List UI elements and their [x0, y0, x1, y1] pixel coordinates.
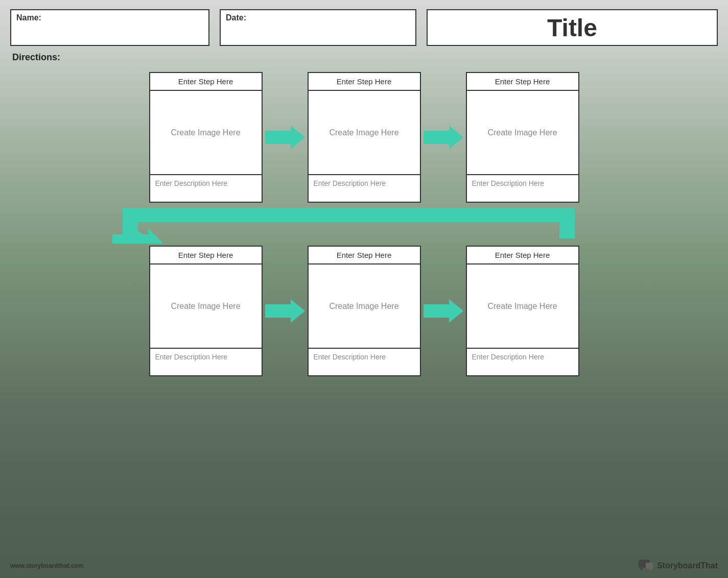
page: Name: Date: Title Directions: Enter Step…: [0, 0, 728, 578]
step-desc-2[interactable]: Enter Description Here: [309, 175, 420, 202]
arrow-right-icon-2: [424, 126, 463, 149]
arrow-right-1: [263, 124, 308, 151]
name-label: Name:: [16, 13, 41, 22]
svg-marker-0: [265, 126, 305, 149]
step-card-6: Enter Step Here Create Image Here Enter …: [466, 246, 579, 376]
arrow-right-3: [263, 298, 308, 324]
footer-url: www.storyboardthat.com: [10, 562, 84, 569]
step-image-1[interactable]: Create Image Here: [150, 91, 262, 175]
step-header-3[interactable]: Enter Step Here: [467, 73, 578, 91]
svg-rect-4: [559, 208, 575, 238]
step-desc-4[interactable]: Enter Description Here: [150, 349, 262, 375]
footer: www.storyboardthat.com StoryboardThat: [10, 560, 718, 572]
date-label: Date:: [226, 13, 246, 22]
step-header-4[interactable]: Enter Step Here: [150, 247, 262, 264]
step-header-5[interactable]: Enter Step Here: [309, 247, 420, 264]
svg-marker-9: [265, 299, 305, 323]
name-field[interactable]: Name:: [10, 9, 209, 46]
date-field[interactable]: Date:: [220, 9, 416, 46]
svg-marker-1: [424, 126, 463, 149]
title-field[interactable]: Title: [427, 9, 718, 46]
footer-brand-text: StoryboardThat: [657, 561, 718, 570]
arrow-right-2: [421, 124, 466, 151]
step-card-5: Enter Step Here Create Image Here Enter …: [308, 246, 421, 376]
row-1: Enter Step Here Create Image Here Enter …: [10, 72, 718, 203]
arrow-right-icon-3: [265, 299, 305, 323]
svg-marker-14: [649, 569, 651, 571]
rows-container: Enter Step Here Create Image Here Enter …: [10, 72, 718, 376]
step-image-5[interactable]: Create Image Here: [309, 264, 420, 349]
step-image-6[interactable]: Create Image Here: [467, 264, 578, 349]
title-text: Title: [547, 14, 597, 42]
step-image-2[interactable]: Create Image Here: [309, 91, 420, 175]
connector: [10, 203, 718, 244]
step-desc-5[interactable]: Enter Description Here: [309, 349, 420, 375]
svg-rect-13: [646, 563, 653, 569]
step-desc-1[interactable]: Enter Description Here: [150, 175, 262, 202]
step-card-3: Enter Step Here Create Image Here Enter …: [466, 72, 579, 203]
directions-label: Directions:: [12, 52, 60, 62]
step-card-2: Enter Step Here Create Image Here Enter …: [308, 72, 421, 203]
step-desc-3[interactable]: Enter Description Here: [467, 175, 578, 202]
step-header-6[interactable]: Enter Step Here: [467, 247, 578, 264]
content-area: Enter Step Here Create Image Here Enter …: [10, 72, 718, 376]
step-card-4: Enter Step Here Create Image Here Enter …: [149, 246, 263, 376]
storyboardthat-icon: [639, 560, 653, 572]
arrow-right-icon-4: [424, 299, 463, 323]
step-header-2[interactable]: Enter Step Here: [309, 73, 420, 91]
svg-rect-5: [123, 208, 138, 238]
connector-svg: [10, 203, 718, 244]
footer-brand: StoryboardThat: [639, 560, 718, 572]
svg-marker-12: [641, 568, 644, 571]
directions: Directions:: [10, 52, 718, 63]
step-desc-6[interactable]: Enter Description Here: [467, 349, 578, 375]
step-header-1[interactable]: Enter Step Here: [150, 73, 262, 91]
svg-rect-2: [130, 208, 575, 222]
row-2: Enter Step Here Create Image Here Enter …: [10, 246, 718, 376]
header: Name: Date: Title: [10, 9, 718, 46]
arrow-right-icon-1: [265, 126, 305, 149]
arrow-right-4: [421, 298, 466, 324]
step-image-3[interactable]: Create Image Here: [467, 91, 578, 175]
step-card-1: Enter Step Here Create Image Here Enter …: [149, 72, 263, 203]
svg-marker-10: [424, 299, 463, 323]
step-image-4[interactable]: Create Image Here: [150, 264, 262, 349]
